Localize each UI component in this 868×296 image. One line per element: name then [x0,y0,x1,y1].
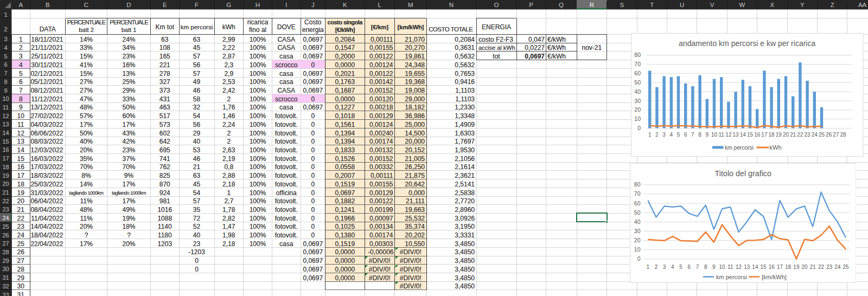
svg-text:27: 27 [833,132,839,138]
svg-text:16: 16 [754,132,761,138]
svg-text:2: 2 [655,132,659,138]
svg-text:21: 21 [809,264,816,270]
svg-text:30: 30 [634,228,640,234]
svg-text:80: 80 [634,181,640,188]
svg-text:17: 17 [776,264,783,270]
svg-text:18: 18 [769,132,775,138]
svg-text:12: 12 [735,264,742,270]
svg-text:13: 13 [733,132,739,138]
svg-text:0: 0 [637,125,641,131]
svg-text:25: 25 [843,264,849,270]
svg-text:40: 40 [634,88,641,95]
svg-text:28: 28 [840,132,847,138]
svg-text:14: 14 [740,132,746,138]
svg-text:9: 9 [706,132,709,138]
svg-text:40: 40 [634,218,640,225]
svg-text:1: 1 [646,264,649,270]
svg-text:andamento km percorsi e kw per: andamento km percorsi e kw per ricarica [679,39,815,48]
svg-text:23: 23 [805,132,811,138]
svg-text:19: 19 [793,264,800,270]
svg-text:15: 15 [747,132,754,138]
svg-text:5: 5 [677,132,680,138]
svg-text:22: 22 [797,132,803,138]
svg-text:16: 16 [768,264,775,270]
svg-text:21: 21 [790,132,796,138]
svg-text:[km/kWh]: [km/kWh] [762,274,787,280]
svg-text:14: 14 [752,264,758,270]
svg-text:20: 20 [634,106,641,113]
svg-text:70: 70 [634,61,641,67]
svg-text:11: 11 [719,132,725,138]
svg-text:7: 7 [695,264,699,270]
svg-text:10: 10 [634,246,640,253]
svg-text:8: 8 [704,264,707,270]
svg-text:4: 4 [671,264,674,270]
svg-text:3: 3 [662,132,666,138]
svg-text:20: 20 [801,264,808,270]
svg-text:7: 7 [691,132,694,138]
svg-text:4: 4 [670,132,673,138]
svg-text:6: 6 [684,132,687,138]
svg-text:0: 0 [637,255,640,262]
svg-text:1: 1 [648,132,652,138]
svg-text:8: 8 [698,132,701,138]
svg-text:kWh: kWh [770,144,782,151]
svg-text:23: 23 [826,264,833,270]
svg-text:km percorsi: km percorsi [716,274,747,280]
svg-text:50: 50 [634,209,640,216]
svg-text:10: 10 [711,132,718,138]
svg-text:18: 18 [785,264,792,270]
svg-text:50: 50 [634,79,641,86]
svg-text:15: 15 [760,264,767,270]
svg-text:24: 24 [812,132,818,138]
svg-text:9: 9 [712,264,716,270]
svg-text:Titolo del grafico: Titolo del grafico [714,169,771,178]
svg-text:km percorsi: km percorsi [725,144,754,151]
svg-text:2: 2 [654,264,658,270]
svg-text:30: 30 [634,98,641,104]
svg-text:19: 19 [776,132,782,138]
svg-text:17: 17 [761,132,768,138]
svg-text:60: 60 [634,200,640,207]
svg-text:60: 60 [634,70,641,76]
svg-text:6: 6 [687,264,691,270]
svg-text:70: 70 [634,190,640,197]
svg-text:10: 10 [719,264,725,270]
svg-text:11: 11 [727,264,733,270]
svg-text:5: 5 [679,264,682,270]
svg-text:25: 25 [819,132,825,138]
svg-text:10: 10 [634,115,641,122]
svg-text:26: 26 [826,132,832,138]
svg-text:24: 24 [834,264,841,270]
svg-text:22: 22 [818,264,824,270]
svg-text:20: 20 [783,132,789,138]
svg-text:80: 80 [634,52,641,58]
svg-text:12: 12 [725,132,732,138]
svg-text:13: 13 [744,264,750,270]
svg-text:20: 20 [634,237,640,243]
svg-text:3: 3 [662,264,666,270]
